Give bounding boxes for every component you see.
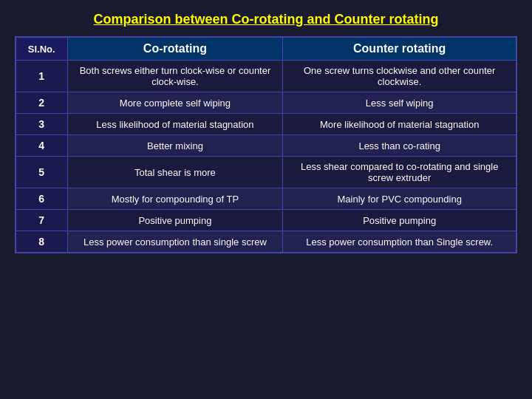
counter-rotating-cell: Less self wiping: [283, 92, 516, 114]
counter-rotating-cell: More likelihood of material stagnation: [283, 114, 516, 135]
counter-rotating-cell: Less power consumption than Single screw…: [283, 231, 516, 253]
co-rotating-cell: Total shear is more: [67, 157, 283, 188]
counter-rotating-cell: Less shear compared to co-rotating and s…: [283, 157, 516, 188]
table-row: 7Positive pumpingPositive pumping: [16, 210, 516, 231]
row-number: 7: [16, 210, 67, 231]
co-rotating-cell: Both screws either turn clock-wise or co…: [67, 61, 283, 92]
counter-rotating-cell: One screw turns clockwise and other coun…: [283, 61, 516, 92]
row-number: 6: [16, 188, 67, 210]
page-title: Comparison between Co-rotating and Count…: [94, 12, 439, 27]
table-row: 3Less likelihood of material stagnationM…: [16, 114, 516, 135]
row-number: 1: [16, 61, 67, 92]
counter-rotating-cell: Less than co-rating: [283, 135, 516, 157]
co-rotating-cell: Mostly for compounding of TP: [67, 188, 283, 210]
row-number: 2: [16, 92, 67, 114]
co-rotating-cell: Less power consumption than single screw: [67, 231, 283, 253]
row-number: 3: [16, 114, 67, 135]
co-rotating-cell: Better mixing: [67, 135, 283, 157]
counter-rotating-cell: Positive pumping: [283, 210, 516, 231]
slno-header: Sl.No.: [16, 37, 67, 61]
row-number: 4: [16, 135, 67, 157]
table-row: 8Less power consumption than single scre…: [16, 231, 516, 253]
co-rotating-cell: Positive pumping: [67, 210, 283, 231]
co-rotating-cell: More complete self wiping: [67, 92, 283, 114]
table-row: 6Mostly for compounding of TPMainly for …: [16, 188, 516, 210]
co-rotating-header: Co-rotating: [67, 37, 283, 61]
counter-rotating-header: Counter rotating: [283, 37, 516, 61]
table-row: 1Both screws either turn clock-wise or c…: [16, 61, 516, 92]
table-row: 4Better mixingLess than co-rating: [16, 135, 516, 157]
comparison-table: Sl.No. Co-rotating Counter rotating 1Bot…: [15, 36, 517, 253]
row-number: 8: [16, 231, 67, 253]
counter-rotating-cell: Mainly for PVC compounding: [283, 188, 516, 210]
co-rotating-cell: Less likelihood of material stagnation: [67, 114, 283, 135]
table-row: 2More complete self wipingLess self wipi…: [16, 92, 516, 114]
row-number: 5: [16, 157, 67, 188]
table-row: 5Total shear is moreLess shear compared …: [16, 157, 516, 188]
